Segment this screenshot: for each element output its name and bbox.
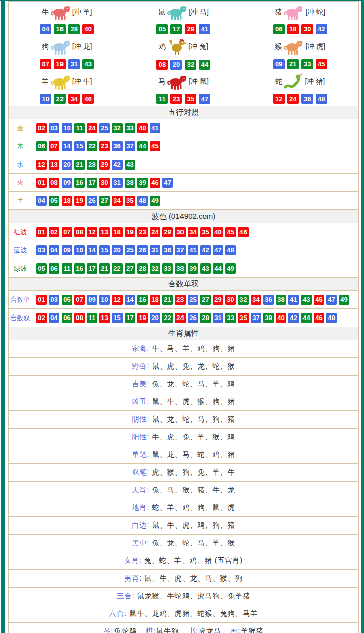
ball-number-29: 29 [99, 160, 110, 170]
ball-number-33: 33 [301, 59, 313, 69]
ball-number-25: 25 [188, 295, 198, 305]
ball-number-11: 11 [74, 123, 85, 133]
ball-number-42: 42 [112, 160, 123, 170]
element-numbers: 04051819262734354849 [32, 192, 358, 209]
zodiac-attributes-title: 生肖属性 [168, 329, 199, 338]
zodiac-title: 蛇[冲 猪] [275, 73, 325, 90]
zodiac-title: 猪[冲 蛇] [275, 4, 325, 21]
ball-number-08: 08 [156, 60, 168, 70]
attribute-label: 黑中: [132, 539, 150, 548]
arts-group-value: 兔蛇鸡 [114, 627, 137, 633]
ball-number-11: 11 [62, 263, 72, 274]
attribute-row-单笔: 单笔:鼠、龙、马、蛇、鸡、猪 [9, 446, 358, 464]
ball-number-35: 35 [238, 313, 249, 323]
zodiac-title: 狗[冲 龙] [42, 38, 92, 56]
ball-number-26: 26 [137, 245, 148, 255]
attribute-label: 地肖: [132, 503, 150, 512]
element-label: 土 [9, 192, 32, 209]
ball-number-44: 44 [301, 313, 312, 323]
sum-numbers: 0103050709101214161821232527293032343638… [32, 291, 358, 308]
ball-number-43: 43 [82, 59, 94, 69]
element-row-水: 水1213202128294243 [9, 155, 358, 174]
ball-number-06: 06 [273, 24, 285, 34]
ball-number-25: 25 [99, 123, 110, 133]
ball-number-49: 49 [339, 295, 349, 305]
attribute-row-女肖: 女肖:兔、蛇、羊、鸡、猪 (五宫肖) [9, 552, 358, 570]
ball-number-07: 07 [62, 227, 72, 237]
ball-number-04: 04 [49, 245, 59, 255]
ball-number-08: 08 [74, 313, 85, 323]
zodiac-title: 羊[冲 牛] [42, 73, 92, 90]
ball-number-47: 47 [326, 295, 337, 305]
ball-number-30: 30 [175, 227, 186, 237]
attribute-row-白边: 白边:鼠、牛、虎、鸡、狗、猪 [9, 517, 358, 535]
ball-number-35: 35 [125, 196, 135, 206]
ball-number-10: 10 [74, 245, 85, 255]
ball-number-32: 32 [150, 263, 160, 274]
attribute-value: 鼠、牛、虎、龙、马、猴、狗 [144, 574, 242, 583]
ball-number-47: 47 [162, 178, 173, 188]
rooster-icon [167, 38, 187, 56]
zodiac-attribute-rows: 家禽:牛、马、羊、鸡、狗、猪野兽:鼠、虎、兔、龙、蛇、猴吉美:兔、龙、蛇、马、羊… [9, 340, 358, 623]
section-header-zodiac-attributes: 生肖属性 [9, 327, 358, 340]
ball-number-28: 28 [68, 24, 80, 34]
arts-group-label: 书: [188, 627, 198, 633]
ball-number-33: 33 [225, 313, 236, 323]
arts-group-琴: 琴:兔蛇鸡 [103, 627, 137, 633]
arts-group-棋: 棋:鼠牛狗 [146, 627, 179, 633]
attribute-row-吉美: 吉美:兔、龙、蛇、马、羊、鸡 [9, 376, 358, 393]
section-header-wave-colors: 波色 (014902.com) [9, 210, 358, 223]
ball-number-19: 19 [137, 313, 148, 323]
attribute-label: 六合: [109, 609, 127, 618]
ball-number-26: 26 [188, 313, 198, 323]
ball-number-11: 11 [156, 94, 168, 104]
ball-number-01: 01 [36, 227, 47, 237]
ball-number-16: 16 [54, 24, 66, 34]
ball-number-19: 19 [74, 196, 85, 206]
pig-icon [283, 4, 304, 21]
ball-number-24: 24 [287, 94, 299, 104]
zodiac-name: 羊 [42, 77, 49, 86]
ball-number-06: 06 [49, 263, 59, 274]
attribute-value: 兔、蛇、羊、鸡、猪 (五宫肖) [144, 556, 243, 565]
ball-number-20: 20 [170, 60, 182, 70]
attribute-row-天肖: 天肖:兔、马、猴、猪、牛、龙 [9, 482, 358, 499]
attribute-row-家禽: 家禽:牛、马、羊、鸡、狗、猪 [9, 340, 358, 358]
ball-number-30: 30 [99, 178, 110, 188]
arts-group-label: 琴: [103, 627, 113, 633]
ball-number-18: 18 [62, 196, 72, 206]
ball-number-25: 25 [125, 245, 135, 255]
ball-number-45: 45 [314, 295, 324, 305]
attribute-label: 野兽: [132, 362, 150, 371]
zodiac-numbers: 10223446 [40, 94, 94, 104]
ball-number-26: 26 [87, 196, 97, 206]
zodiac-numbers: 04162840 [40, 24, 94, 34]
ball-number-14: 14 [87, 245, 97, 255]
arts-group-书: 书:虎龙马 [188, 627, 221, 633]
ball-number-12: 12 [112, 295, 123, 305]
ball-number-48: 48 [316, 94, 327, 104]
lottery-reference-board: 牛[冲 羊]04162840鼠[冲 马]05172941猪[冲 蛇]061830… [8, 1, 359, 633]
ball-number-17: 17 [125, 313, 135, 323]
ball-number-16: 16 [74, 263, 85, 274]
sum-odd-even-rows: 合数单0103050709101214161821232527293032343… [9, 291, 358, 327]
ball-number-33: 33 [162, 263, 173, 274]
ball-number-28: 28 [87, 160, 97, 170]
attribute-value: 兔、马、猴、猪、牛、龙 [152, 486, 235, 495]
ball-number-44: 44 [137, 141, 148, 151]
zodiac-clash-label: [冲 羊] [72, 8, 92, 17]
ball-number-49: 49 [225, 263, 236, 274]
ball-number-09: 09 [62, 245, 72, 255]
attribute-value: 鼠龙猴、牛蛇鸡、虎马狗、兔羊猪 [137, 592, 250, 601]
zodiac-clash-label: [冲 鼠] [189, 77, 209, 86]
attribute-row-三合: 三合:鼠龙猴、牛蛇鸡、虎马狗、兔羊猪 [9, 588, 358, 605]
ball-number-23: 23 [175, 295, 186, 305]
ball-number-09: 09 [87, 295, 97, 305]
ball-number-14: 14 [62, 141, 72, 151]
attribute-row-阴性: 阴性:鼠、龙、蛇、马、狗、猪 [9, 411, 358, 429]
ball-number-32: 32 [185, 60, 196, 70]
wave-colors-title: 波色 (014902.com) [152, 212, 216, 221]
zodiac-cell-马: 马[冲 鼠]11233547 [125, 72, 241, 106]
ball-number-02: 02 [36, 123, 47, 133]
element-row-火: 火0108091617303138394647 [9, 174, 358, 192]
